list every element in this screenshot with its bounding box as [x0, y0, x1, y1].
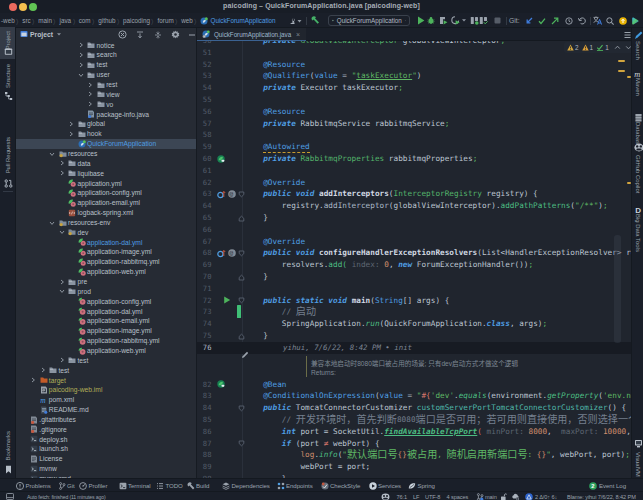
code-line-71[interactable]: 71 — [197, 283, 631, 295]
chevron-expanded-icon[interactable] — [59, 229, 65, 235]
code-line-85[interactable]: 85 // 开发环境时，首先判断8080端口是否可用；若可用则直接使用，否则选择… — [197, 414, 631, 426]
stripe-item-github-copilot[interactable]: GitHub Copilot — [635, 155, 641, 193]
chevron-collapsed-icon[interactable] — [30, 377, 36, 383]
code-line-62[interactable]: 62 @Override — [197, 177, 631, 189]
chevron-collapsed-icon[interactable] — [78, 52, 84, 58]
toolwindow-button-todo[interactable]: TODO — [166, 482, 183, 489]
breadcrumb-item-class[interactable]: QuickForumApplication — [210, 17, 275, 24]
chevron-expanded-icon[interactable] — [49, 220, 55, 226]
tree-item-application-config.yml[interactable]: application-config.yml — [16, 188, 197, 198]
code-line-74[interactable]: 74 SpringApplication.run(QuickForumAppli… — [197, 318, 631, 330]
editor-tabs-menu-icon[interactable] — [624, 31, 631, 39]
visualvm-icon[interactable] — [634, 439, 643, 448]
copilot-icon[interactable] — [634, 143, 643, 152]
edit-doc-icon[interactable] — [241, 351, 249, 359]
override-method-icon[interactable] — [217, 249, 225, 257]
code-line-64[interactable]: 64 registry.addInterceptor(globalViewInt… — [197, 200, 631, 212]
run-button[interactable] — [416, 15, 425, 26]
advice-gutter-icon[interactable]: @ — [228, 190, 236, 198]
profiler-button[interactable] — [451, 15, 460, 26]
code-line-70[interactable]: 70 } — [197, 271, 631, 283]
chevron-down-icon[interactable] — [56, 32, 62, 37]
build-icon[interactable] — [187, 482, 195, 490]
todo-icon[interactable] — [156, 482, 164, 490]
tree-item-quickforumapplication[interactable]: QuickForumApplication — [16, 139, 197, 149]
chevron-collapsed-icon[interactable] — [87, 91, 93, 97]
tree-item-application.yml[interactable]: application.yml — [16, 178, 197, 188]
copilot-status-icon[interactable] — [381, 493, 389, 500]
code-line-88[interactable]: 88 log.info("默认端口号{}被占用, 随机启用新端口号: {}", … — [197, 449, 631, 461]
project-panel-title[interactable]: Project — [30, 31, 53, 38]
chevron-collapsed-icon[interactable] — [87, 82, 93, 88]
tree-item-mvnw[interactable]: mvnw — [16, 464, 197, 474]
editor-scrollbar-thumb[interactable] — [614, 235, 621, 343]
hide-panel-button[interactable] — [187, 30, 196, 39]
run-with-coverage-button[interactable] — [439, 15, 448, 26]
problems-icon[interactable] — [16, 482, 24, 490]
code-line-75[interactable]: 75 } — [197, 330, 631, 342]
chevron-collapsed-icon[interactable] — [59, 357, 65, 363]
status-branch-name[interactable]: main — [485, 494, 497, 500]
commit-button[interactable] — [538, 15, 546, 26]
run-dashboard-button[interactable] — [479, 15, 488, 26]
fold-marker-icon[interactable] — [238, 191, 245, 198]
code-line-66[interactable]: 66 — [197, 224, 631, 236]
fold-marker-icon[interactable] — [238, 250, 245, 257]
rendered-doc-comment[interactable]: 兼容本地启动时8080端口被占用的场景; 只有dev启动方式才做这个逻辑Retu… — [197, 354, 631, 379]
stop-button[interactable] — [494, 15, 501, 26]
toolwindow-button-spring[interactable]: Spring — [418, 482, 435, 489]
tree-item-application-config.yml[interactable]: application-config.yml — [16, 296, 197, 306]
translation-icon[interactable] — [593, 15, 602, 26]
tree-item-resources[interactable]: resources — [16, 149, 197, 159]
code-line-76[interactable]: 76yihui, 7/6/22, 8:42 PM • init — [197, 342, 631, 354]
bean-gutter-icon[interactable] — [217, 155, 225, 163]
tree-item-test[interactable]: test — [16, 365, 197, 375]
tree-item-resources-env[interactable]: resources-env — [16, 218, 197, 228]
stripe-item-bookmarks[interactable]: Bookmarks — [5, 431, 11, 460]
chevron-collapsed-icon[interactable] — [59, 170, 65, 176]
tree-item-global[interactable]: global — [16, 119, 197, 129]
pen-icon[interactable] — [634, 31, 643, 40]
dependencies-icon[interactable] — [222, 482, 230, 490]
status-blame[interactable]: Blame: yihui 7/6/22, 8:42 PM — [567, 494, 636, 500]
toolwindow-button-dependencies[interactable]: Dependencies — [232, 482, 270, 489]
tree-item-application-email.yml[interactable]: application-email.yml — [16, 316, 197, 326]
status-encoding[interactable]: UTF-8 — [425, 494, 440, 500]
terminal-icon[interactable] — [119, 482, 127, 490]
tree-item-rest[interactable]: rest — [16, 80, 197, 90]
tree-item-search[interactable]: search — [16, 50, 197, 60]
tree-item-application-image.yml[interactable]: application-image.yml — [16, 326, 197, 336]
code-line-65[interactable]: 65 } — [197, 212, 631, 224]
toolwindow-button-terminal[interactable]: Terminal — [128, 482, 151, 489]
code-line-57[interactable]: 57 private RabbitmqService rabbitmqServi… — [197, 118, 631, 130]
code-line-69[interactable]: 69 resolvers.add( index: 0, new ForumExc… — [197, 259, 631, 271]
fold-marker-icon[interactable] — [238, 215, 245, 222]
chevron-collapsed-icon[interactable] — [78, 42, 84, 48]
bean-gutter-icon[interactable] — [217, 380, 225, 388]
code-line-84[interactable]: 84 public TomcatConnectorCustomizer cust… — [197, 402, 631, 414]
project-icon[interactable] — [4, 47, 13, 56]
fold-marker-icon[interactable] — [238, 274, 245, 281]
breadcrumb-item[interactable]: main — [38, 17, 52, 24]
tree-item-launch.sh[interactable]: launch.sh — [16, 444, 197, 454]
toolwindow-button-checkstyle[interactable]: CheckStyle — [330, 482, 360, 489]
rollback-button[interactable] — [578, 15, 586, 26]
git-icon[interactable] — [58, 482, 66, 490]
push-button[interactable] — [551, 15, 559, 26]
tree-item-application-web.yml[interactable]: application-web.yml — [16, 346, 197, 356]
bookmarks-icon[interactable] — [4, 465, 13, 474]
breadcrumb-item[interactable]: -web — [1, 17, 15, 24]
breadcrumb-item[interactable]: java — [60, 17, 72, 24]
tree-item-vo[interactable]: vo — [16, 99, 197, 109]
tree-item-deploy.sh[interactable]: deploy.sh — [16, 434, 197, 444]
spring-icon[interactable] — [408, 482, 416, 490]
chevron-collapsed-icon[interactable] — [40, 367, 46, 373]
toolwindow-button-endpoints[interactable]: Endpoints — [286, 482, 313, 489]
toolwindow-toggle-icon[interactable] — [6, 493, 14, 500]
toolwindow-button-services[interactable]: Services — [378, 482, 401, 489]
search-everywhere-icon[interactable] — [606, 15, 614, 26]
toolwindow-button-problems[interactable]: Problems — [26, 482, 51, 489]
tree-item-.gitattributes[interactable]: .gitattributes — [16, 415, 197, 425]
stripe-item-visualvm[interactable]: VisualVM — [635, 452, 641, 477]
tree-item-hook[interactable]: hook — [16, 129, 197, 139]
